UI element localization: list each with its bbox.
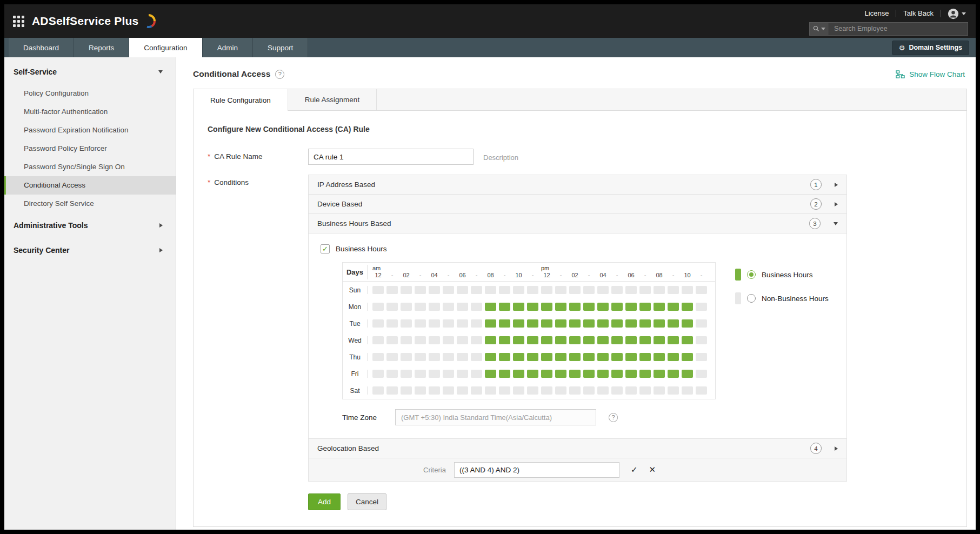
hour-cell[interactable] <box>555 303 566 311</box>
hour-cell[interactable] <box>485 370 496 378</box>
accordion-device-based[interactable]: Device Based 2 <box>308 194 847 214</box>
legend-non-business-hours[interactable]: Non-Business Hours <box>735 292 829 304</box>
hour-cell[interactable] <box>682 386 693 395</box>
domain-settings-button[interactable]: ⚙ Domain Settings <box>892 41 969 55</box>
hour-cell[interactable] <box>625 336 637 344</box>
sidebar-item-conditional-access[interactable]: Conditional Access <box>4 176 176 195</box>
business-hours-radio[interactable] <box>747 270 756 279</box>
hour-cell[interactable] <box>401 370 412 378</box>
hour-cell[interactable] <box>485 286 496 294</box>
hour-cell[interactable] <box>654 303 665 311</box>
criteria-input[interactable] <box>454 462 619 478</box>
hour-cell[interactable] <box>527 303 538 311</box>
hour-cell[interactable] <box>555 336 566 344</box>
hour-cell[interactable] <box>569 319 581 328</box>
sidebar-item-directory-self-service[interactable]: Directory Self Service <box>4 195 176 213</box>
hour-cell[interactable] <box>415 386 426 395</box>
hour-cell[interactable] <box>611 370 623 378</box>
brand-logo[interactable]: ADSelfService Plus <box>32 13 157 29</box>
hour-cell[interactable] <box>583 286 595 294</box>
hour-cell[interactable] <box>386 303 398 311</box>
hour-cell[interactable] <box>583 370 595 378</box>
hour-cell[interactable] <box>485 353 496 361</box>
hour-cell[interactable] <box>611 386 623 395</box>
hour-cell[interactable] <box>401 286 412 294</box>
hour-cell[interactable] <box>541 386 552 395</box>
hour-cell[interactable] <box>372 353 384 361</box>
hour-cell[interactable] <box>625 319 637 328</box>
hour-cell[interactable] <box>527 336 538 344</box>
hour-cell[interactable] <box>386 336 398 344</box>
hour-cell[interactable] <box>682 303 693 311</box>
tab-rule-assignment[interactable]: Rule Assignment <box>288 89 377 110</box>
hour-cell[interactable] <box>499 386 510 395</box>
description-link[interactable]: Description <box>483 149 518 165</box>
hour-cell[interactable] <box>513 336 524 344</box>
ca-rule-name-input[interactable] <box>308 149 474 165</box>
hour-cell[interactable] <box>457 319 468 328</box>
search-input[interactable] <box>829 25 968 32</box>
hour-cell[interactable] <box>471 370 482 378</box>
hour-cell[interactable] <box>569 370 581 378</box>
hour-cell[interactable] <box>372 336 384 344</box>
hour-cell[interactable] <box>401 336 412 344</box>
hour-cell[interactable] <box>372 386 384 395</box>
hour-cell[interactable] <box>386 286 398 294</box>
nav-item-configuration[interactable]: Configuration <box>129 38 202 57</box>
hour-cell[interactable] <box>597 336 609 344</box>
hour-cell[interactable] <box>513 319 524 328</box>
hour-cell[interactable] <box>569 336 581 344</box>
check-icon[interactable]: ✓ <box>631 465 638 475</box>
hour-cell[interactable] <box>682 336 693 344</box>
sidebar-item-policy-configuration[interactable]: Policy Configuration <box>4 84 176 103</box>
hour-cell[interactable] <box>696 336 707 344</box>
hour-cell[interactable] <box>625 370 637 378</box>
hour-cell[interactable] <box>569 286 581 294</box>
hour-cell[interactable] <box>499 319 510 328</box>
hour-cell[interactable] <box>485 303 496 311</box>
hour-cell[interactable] <box>668 386 679 395</box>
hour-cell[interactable] <box>583 336 595 344</box>
talkback-link[interactable]: Talk Back <box>896 10 941 17</box>
hour-cell[interactable] <box>639 370 651 378</box>
hour-cell[interactable] <box>527 319 538 328</box>
hour-cell[interactable] <box>696 353 707 361</box>
hour-cell[interactable] <box>541 319 552 328</box>
hour-cell[interactable] <box>443 370 454 378</box>
hour-cell[interactable] <box>639 319 651 328</box>
hour-cell[interactable] <box>668 286 679 294</box>
hour-cell[interactable] <box>639 336 651 344</box>
hour-cell[interactable] <box>668 370 679 378</box>
hour-cell[interactable] <box>625 286 637 294</box>
hour-cell[interactable] <box>499 303 510 311</box>
sidebar-section-security-center[interactable]: Security Center <box>4 238 176 263</box>
hour-cell[interactable] <box>513 303 524 311</box>
hour-cell[interactable] <box>555 386 566 395</box>
hour-cell[interactable] <box>639 286 651 294</box>
hour-cell[interactable] <box>471 336 482 344</box>
hour-cell[interactable] <box>541 286 552 294</box>
hour-cell[interactable] <box>555 370 566 378</box>
hour-cell[interactable] <box>668 319 679 328</box>
hour-cell[interactable] <box>541 370 552 378</box>
hour-cell[interactable] <box>639 386 651 395</box>
hour-cell[interactable] <box>457 386 468 395</box>
hour-cell[interactable] <box>386 386 398 395</box>
nav-item-dashboard[interactable]: Dashboard <box>9 38 74 57</box>
business-hours-checkbox[interactable]: ✓ <box>321 244 330 253</box>
hour-cell[interactable] <box>682 353 693 361</box>
hour-cell[interactable] <box>569 303 581 311</box>
hour-cell[interactable] <box>415 353 426 361</box>
hour-cell[interactable] <box>499 336 510 344</box>
hour-cell[interactable] <box>668 353 679 361</box>
hour-cell[interactable] <box>499 370 510 378</box>
hour-cell[interactable] <box>429 319 440 328</box>
hour-cell[interactable] <box>625 353 637 361</box>
hour-cell[interactable] <box>429 303 440 311</box>
show-flow-chart-link[interactable]: Show Flow Chart <box>896 70 965 78</box>
hour-cell[interactable] <box>668 303 679 311</box>
hour-cell[interactable] <box>654 286 665 294</box>
accordion-geolocation-based[interactable]: Geolocation Based 4 <box>308 438 847 458</box>
sidebar-item-multi-factor-authentication[interactable]: Multi-factor Authentication <box>4 103 176 121</box>
hour-cell[interactable] <box>682 370 693 378</box>
